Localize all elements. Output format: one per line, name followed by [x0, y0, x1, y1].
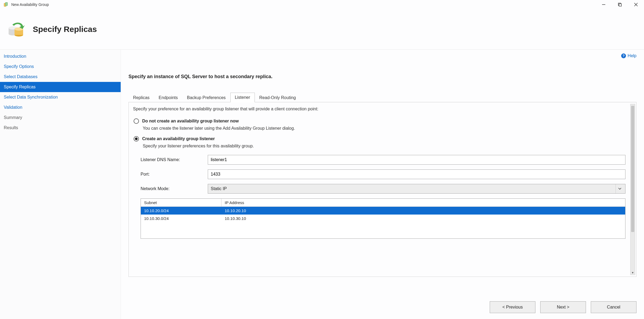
help-icon: ?	[621, 53, 626, 58]
mode-value: Static IP	[211, 186, 227, 191]
mode-select[interactable]: Static IP	[208, 184, 625, 194]
chevron-down-icon	[616, 184, 624, 193]
sidebar-item-introduction[interactable]: Introduction	[0, 51, 121, 61]
listener-panel: Specify your preference for an availabil…	[128, 102, 636, 277]
sidebar: Introduction Specify Options Select Data…	[0, 50, 121, 319]
svg-rect-4	[619, 4, 621, 6]
previous-button[interactable]: < Previous	[490, 301, 535, 313]
title-bar: New Availability Group	[0, 0, 644, 9]
cell-subnet: 10.10.30.0/24	[141, 215, 221, 222]
table-header: Subnet IP Address	[141, 199, 625, 207]
cancel-button[interactable]: Cancel	[591, 301, 636, 313]
minimize-button[interactable]	[596, 0, 612, 9]
scrollbar[interactable]: ▲ ▼	[630, 104, 635, 275]
radio-create-listener[interactable]	[134, 136, 139, 142]
window-title: New Availability Group	[11, 2, 49, 7]
cell-ip: 10.10.20.10	[221, 207, 625, 215]
tab-backup-preferences[interactable]: Backup Preferences	[183, 93, 230, 102]
sidebar-item-summary[interactable]: Summary	[0, 113, 121, 123]
cell-subnet: 10.10.20.0/24	[141, 207, 221, 215]
instruction-text: Specify an instance of SQL Server to hos…	[128, 74, 636, 79]
sidebar-item-validation[interactable]: Validation	[0, 102, 121, 113]
next-button[interactable]: Next >	[540, 301, 586, 313]
close-button[interactable]	[628, 0, 644, 9]
sidebar-item-select-databases[interactable]: Select Databases	[0, 72, 121, 82]
tab-listener[interactable]: Listener	[230, 93, 255, 102]
cell-ip: 10.10.30.10	[221, 215, 625, 222]
table-empty-area	[141, 222, 625, 238]
dns-label: Listener DNS Name:	[141, 157, 208, 162]
svg-rect-1	[5, 2, 8, 6]
option-no-listener-sub: You can create the listener later using …	[143, 126, 634, 131]
radio-no-listener[interactable]	[134, 118, 139, 124]
wizard-footer: < Previous Next > Cancel	[490, 301, 636, 313]
col-ip[interactable]: IP Address	[221, 199, 625, 206]
option-no-listener[interactable]: Do not create an availability group list…	[134, 118, 634, 131]
listener-desc: Specify your preference for an availabil…	[131, 104, 634, 113]
wizard-logo-icon	[7, 20, 26, 39]
help-link[interactable]: ? Help	[621, 53, 636, 58]
subnet-table: Subnet IP Address 10.10.20.0/24 10.10.20…	[141, 198, 625, 239]
tab-endpoints[interactable]: Endpoints	[154, 93, 182, 102]
tabs: Replicas Endpoints Backup Preferences Li…	[128, 92, 636, 102]
table-row[interactable]: 10.10.20.0/24 10.10.20.10	[141, 207, 625, 215]
port-label: Port:	[141, 172, 208, 177]
maximize-button[interactable]	[612, 0, 628, 9]
option-create-listener[interactable]: Create an availability group listener Sp…	[134, 136, 634, 148]
tab-read-only-routing[interactable]: Read-Only Routing	[255, 93, 300, 102]
content: ? Help Specify an instance of SQL Server…	[121, 50, 644, 319]
app-icon	[4, 2, 9, 7]
dns-input[interactable]	[208, 155, 625, 165]
port-input[interactable]	[208, 169, 625, 179]
main: Introduction Specify Options Select Data…	[0, 49, 644, 319]
scroll-thumb[interactable]	[631, 106, 634, 232]
sidebar-item-select-data-sync[interactable]: Select Data Synchronization	[0, 92, 121, 102]
option-create-listener-sub: Specify your listener preferences for th…	[143, 144, 634, 148]
listener-form: Listener DNS Name: Port: Network Mode: S…	[141, 155, 634, 194]
header: Specify Replicas	[0, 9, 644, 49]
sidebar-item-results[interactable]: Results	[0, 123, 121, 133]
option-no-listener-label: Do not create an availability group list…	[142, 119, 239, 124]
page-title: Specify Replicas	[33, 25, 97, 34]
option-create-listener-label: Create an availability group listener	[142, 136, 215, 141]
sidebar-item-specify-replicas[interactable]: Specify Replicas	[0, 82, 121, 92]
tab-replicas[interactable]: Replicas	[128, 93, 154, 102]
col-subnet[interactable]: Subnet	[141, 199, 221, 206]
table-row[interactable]: 10.10.30.0/24 10.10.30.10	[141, 215, 625, 222]
mode-label: Network Mode:	[141, 186, 208, 191]
help-label: Help	[628, 53, 636, 58]
sidebar-item-specify-options[interactable]: Specify Options	[0, 61, 121, 72]
scroll-down-icon[interactable]: ▼	[631, 270, 635, 275]
